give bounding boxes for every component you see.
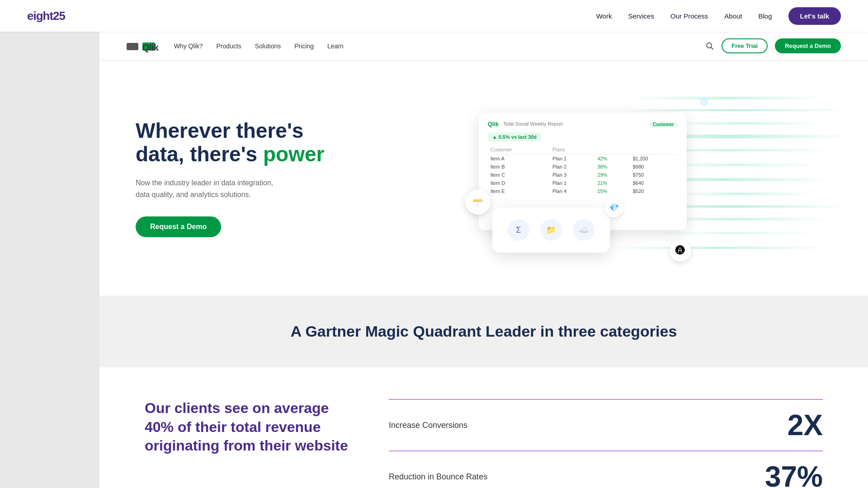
qlik-navigation: Qlik Why Qlik? Products Solutions Pricin…: [99, 32, 868, 61]
azure-badge: 🅐: [670, 240, 691, 262]
icon-sigma: Σ: [508, 219, 529, 241]
dash-qlik-logo: Qlik: [488, 121, 499, 127]
stat-row-conversions: Increase Conversions 2X: [389, 399, 823, 450]
nav-about[interactable]: About: [724, 12, 742, 20]
snowflake-decoration: ❄: [699, 94, 709, 109]
stats-section: Our clients see on average 40% of their …: [99, 367, 868, 488]
site-logo: eight25: [27, 9, 65, 23]
hero-title-line1: Wherever there's: [136, 119, 303, 142]
stats-right: Increase Conversions 2X Reduction in Bou…: [389, 399, 823, 488]
qlik-nav-right: Free Trial Request a Demo: [705, 38, 841, 53]
hero-title-highlight: power: [263, 142, 324, 166]
icon-folder: 📁: [540, 219, 562, 241]
lets-talk-button[interactable]: Let's talk: [788, 7, 841, 25]
svg-line-1: [711, 47, 713, 49]
free-trial-button[interactable]: Free Trial: [722, 38, 768, 53]
nav-blog[interactable]: Blog: [759, 12, 772, 20]
qlik-nav-learn[interactable]: Learn: [327, 42, 344, 50]
hero-section: Wherever there's data, there's power Now…: [99, 61, 868, 296]
gartner-title: A Gartner Magic Quadrant Leader in three…: [127, 323, 841, 340]
main-nav-links: Work Services Our Process About Blog Let…: [596, 7, 841, 25]
search-button[interactable]: [705, 42, 714, 51]
qlik-logo: Qlik: [127, 40, 156, 52]
dash-row-3: Item C Plan 3 29% $750: [488, 171, 678, 179]
stat-label-conversions: Increase Conversions: [389, 421, 467, 430]
qlik-nav-links: Why Qlik? Products Solutions Pricing Lea…: [174, 42, 344, 50]
dash-col-val2: [630, 145, 678, 155]
stat-value-bounce: 37%: [765, 462, 823, 488]
qlik-nav-why[interactable]: Why Qlik?: [174, 42, 203, 50]
aws-badge: aws ⌣: [465, 189, 491, 215]
dashboard-mockup: Qlik Total Social Weekly Report Customer…: [465, 99, 700, 257]
dash-col-plans: Plans: [550, 145, 594, 155]
icon-gem: 💎: [604, 198, 623, 217]
dashboard-card-header: Qlik Total Social Weekly Report Customer: [488, 120, 678, 128]
dash-badge: Customer: [649, 122, 678, 127]
dash-row-5: Item E Plan 4 15% $520: [488, 187, 678, 195]
dash-report-title: Total Social Weekly Report: [503, 121, 562, 127]
dashboard-table: Customer Plans Item A Plan: [488, 145, 678, 195]
stats-description: Our clients see on average 40% of their …: [145, 399, 362, 455]
dash-col-customer: Customer: [488, 145, 550, 155]
gartner-section: A Gartner Magic Quadrant Leader in three…: [99, 296, 868, 367]
nav-our-process[interactable]: Our Process: [670, 12, 708, 20]
hero-title-line2: data, there's: [136, 142, 263, 166]
dash-row-4: Item D Plan 1 21% $640: [488, 179, 678, 187]
icon-cloud: ☁️: [573, 219, 594, 241]
dash-row-2: Item B Plan 2 38% $980: [488, 163, 678, 171]
stat-value-conversions: 2X: [788, 411, 823, 440]
qlik-nav-pricing[interactable]: Pricing: [294, 42, 314, 50]
qlik-nav-products[interactable]: Products: [216, 42, 241, 50]
nav-work[interactable]: Work: [596, 12, 612, 20]
left-sidebar: [0, 0, 99, 488]
dash-status: ▲ 0.5% vs last 30d: [488, 132, 541, 141]
nav-services[interactable]: Services: [628, 12, 654, 20]
hero-title: Wherever there's data, there's power: [136, 119, 324, 167]
hero-cta-button[interactable]: Request a Demo: [136, 216, 221, 237]
stats-left: Our clients see on average 40% of their …: [145, 399, 362, 455]
stat-label-bounce: Reduction in Bounce Rates: [389, 472, 487, 482]
hero-visual: Qlik Total Social Weekly Report Customer…: [324, 88, 841, 268]
hero-description: Now the industry leader in data integrat…: [136, 177, 324, 200]
top-navigation: eight25 Work Services Our Process About …: [0, 0, 868, 32]
azure-icon: 🅐: [675, 245, 685, 257]
dash-row-1: Item A Plan 1 42% $1,200: [488, 155, 678, 163]
qlik-nav-left: Qlik Why Qlik? Products Solutions Pricin…: [127, 40, 344, 52]
qlik-nav-solutions[interactable]: Solutions: [255, 42, 281, 50]
dash-col-val1: [594, 145, 630, 155]
request-demo-button[interactable]: Request a Demo: [775, 38, 841, 53]
hero-left-content: Wherever there's data, there's power Now…: [136, 119, 324, 238]
icon-bar-card: Σ 📁 ☁️ 💎: [492, 207, 610, 253]
stat-row-bounce: Reduction in Bounce Rates 37%: [389, 450, 823, 488]
